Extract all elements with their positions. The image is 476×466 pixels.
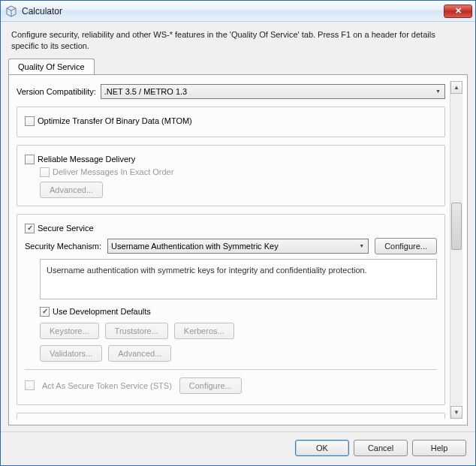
tab-panel: Version Compatibility: .NET 3.5 / METRO … [8,74,468,425]
window-title: Calculator [22,6,444,17]
help-button[interactable]: Help [412,440,466,456]
close-button[interactable]: ✕ [444,5,472,18]
version-compat-label: Version Compatibility: [17,87,96,96]
scroll-track[interactable] [450,94,462,406]
tab-quality-of-service[interactable]: Quality Of Service [8,59,95,75]
keystore-button: Keystore... [40,323,99,339]
scroll-up-button[interactable]: ▲ [450,81,462,94]
mechanism-label: Security Mechanism: [25,242,101,251]
mtom-label: Optimize Transfer Of Binary Data (MTOM) [38,116,192,125]
app-icon [5,5,17,17]
sts-configure-button: Configure... [179,377,242,394]
vertical-scrollbar[interactable]: ▲ ▼ [450,81,462,419]
scroll-thumb[interactable] [451,203,462,249]
version-compat-value: .NET 3.5 / METRO 1.3 [104,87,187,96]
kerberos-button: Kerberos... [174,323,234,339]
panel-content: Version Compatibility: .NET 3.5 / METRO … [17,81,450,419]
transport-group: Allow TCP Transport Disable Fast Infoset [17,413,445,419]
sts-checkbox [25,380,35,390]
cancel-button[interactable]: Cancel [354,440,408,456]
secure-group: Secure Service Security Mechanism: Usern… [17,214,445,405]
ok-button[interactable]: OK [295,440,349,456]
use-defaults-checkbox[interactable] [40,307,50,317]
tab-strip: Quality Of Service [8,59,468,75]
reliable-group: Reliable Message Delivery Deliver Messag… [17,145,445,206]
secure-checkbox[interactable] [25,224,35,233]
mtom-checkbox[interactable] [25,116,35,126]
mechanism-select[interactable]: Username Authentication with Symmetric K… [107,239,369,254]
truststore-button: Truststore... [105,323,168,339]
reliable-advanced-button: Advanced... [40,182,103,198]
version-compat-row: Version Compatibility: .NET 3.5 / METRO … [17,84,445,99]
separator [25,369,437,370]
inorder-label: Deliver Messages In Exact Order [53,167,173,176]
mechanism-value: Username Authentication with Symmetric K… [111,242,279,251]
use-defaults-label: Use Development Defaults [53,307,151,316]
tab-container: Quality Of Service Version Compatibility… [8,58,468,425]
mechanism-description: Username authentication with symmetric k… [40,259,437,299]
dialog-window: Calculator ✕ Configure security, reliabi… [0,0,476,466]
mtom-group: Optimize Transfer Of Binary Data (MTOM) [17,107,445,137]
version-compat-select[interactable]: .NET 3.5 / METRO 1.3 [101,84,445,99]
reliable-checkbox[interactable] [25,155,35,164]
mechanism-configure-button[interactable]: Configure... [375,238,437,254]
dialog-description: Configure security, reliability and othe… [11,29,465,52]
inorder-checkbox [40,167,50,177]
secure-advanced-button: Advanced... [108,345,171,362]
reliable-label: Reliable Message Delivery [38,155,135,164]
validators-button: Validators... [40,345,102,362]
secure-label: Secure Service [38,224,94,233]
scroll-down-button[interactable]: ▼ [450,406,462,419]
titlebar: Calculator ✕ [1,1,475,22]
dialog-footer: OK Cancel Help [1,431,475,465]
sts-label: Act As Secure Token Service (STS) [42,381,172,390]
close-icon: ✕ [455,6,462,16]
